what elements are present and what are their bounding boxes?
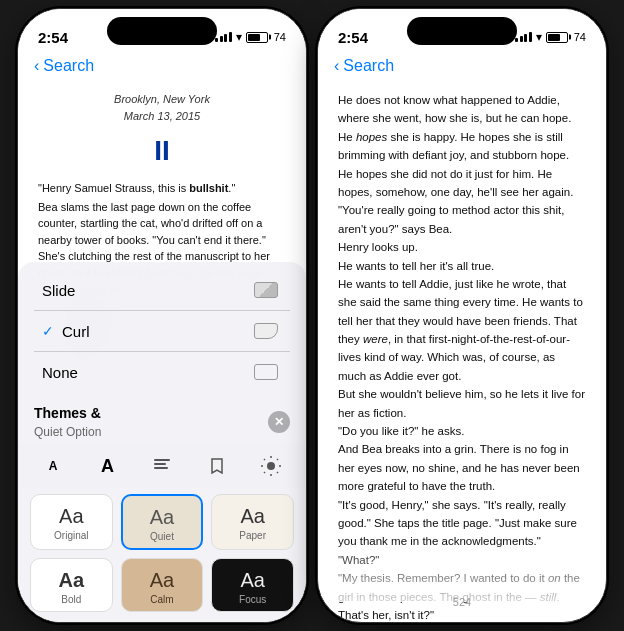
theme-bold-label: Bold bbox=[61, 594, 81, 605]
battery-text-right: 74 bbox=[574, 31, 586, 43]
toolbar-row: A A bbox=[18, 444, 306, 488]
theme-focus-label: Focus bbox=[239, 594, 266, 605]
slide-options: Slide ✓ Curl bbox=[18, 262, 306, 396]
theme-original[interactable]: Aa Original bbox=[30, 494, 113, 550]
themes-grid: Aa Original Aa Quiet Aa Paper Aa Bold bbox=[18, 488, 306, 622]
theme-calm-label: Calm bbox=[150, 594, 173, 605]
book-location: Brooklyn, New YorkMarch 13, 2015 bbox=[38, 91, 286, 125]
font-size-decrease[interactable]: A bbox=[34, 450, 72, 482]
status-icons-left: ▾ 74 bbox=[215, 30, 286, 44]
slide-option-none[interactable]: None bbox=[34, 352, 290, 392]
reading-area: He does not know what happened to Addie,… bbox=[318, 83, 606, 622]
slide-icon-slide bbox=[250, 280, 282, 300]
brightness-icon bbox=[261, 456, 281, 476]
text-format-icon bbox=[152, 457, 172, 475]
curl-label: Curl bbox=[62, 323, 90, 340]
close-button[interactable]: ✕ bbox=[268, 411, 290, 433]
svg-line-9 bbox=[277, 472, 278, 473]
right-phone: 2:54 ▾ 74 bbox=[317, 8, 607, 623]
page-number: 524 bbox=[449, 592, 475, 612]
wifi-icon-right: ▾ bbox=[536, 30, 542, 44]
battery-icon bbox=[246, 32, 268, 43]
curl-icon bbox=[250, 321, 282, 341]
back-label-left: Search bbox=[43, 57, 94, 75]
theme-original-aa: Aa bbox=[59, 505, 83, 528]
battery-icon-right bbox=[546, 32, 568, 43]
phones-container: 2:54 ▾ 74 bbox=[0, 0, 624, 631]
signal-icon-right bbox=[515, 32, 532, 42]
dynamic-island-right bbox=[407, 17, 517, 45]
svg-line-8 bbox=[264, 459, 265, 460]
left-phone: 2:54 ▾ 74 bbox=[17, 8, 307, 623]
slide-option-slide[interactable]: Slide bbox=[34, 270, 290, 311]
bookmark-button[interactable] bbox=[198, 450, 236, 482]
status-bar-right: 2:54 ▾ 74 bbox=[318, 9, 606, 53]
theme-calm-aa: Aa bbox=[150, 569, 174, 592]
dynamic-island-left bbox=[107, 17, 217, 45]
nav-bar-right: ‹ Search bbox=[318, 53, 606, 83]
battery-text-left: 74 bbox=[274, 31, 286, 43]
svg-rect-1 bbox=[154, 463, 166, 465]
curl-checkmark: ✓ bbox=[42, 323, 54, 339]
chapter-number: II bbox=[38, 129, 286, 172]
svg-line-10 bbox=[277, 459, 278, 460]
time-left: 2:54 bbox=[38, 29, 68, 46]
signal-icon bbox=[215, 32, 232, 42]
theme-paper[interactable]: Aa Paper bbox=[211, 494, 294, 550]
themes-header: Themes & Quiet Option ✕ bbox=[18, 396, 306, 444]
slide-option-curl[interactable]: ✓ Curl bbox=[34, 311, 290, 352]
time-right: 2:54 bbox=[338, 29, 368, 46]
theme-bold-aa: Aa bbox=[59, 569, 85, 592]
theme-focus-aa: Aa bbox=[240, 569, 264, 592]
themes-title: Themes & bbox=[34, 405, 101, 421]
theme-paper-label: Paper bbox=[239, 530, 266, 541]
none-label: None bbox=[42, 364, 78, 381]
nav-bar-left: ‹ Search bbox=[18, 53, 306, 83]
status-icons-right: ▾ 74 bbox=[515, 30, 586, 44]
theme-paper-aa: Aa bbox=[240, 505, 264, 528]
status-bar-left: 2:54 ▾ 74 bbox=[18, 9, 306, 53]
theme-focus[interactable]: Aa Focus bbox=[211, 558, 294, 612]
bookmark-icon bbox=[210, 457, 224, 475]
theme-bold[interactable]: Aa Bold bbox=[30, 558, 113, 612]
back-button-right[interactable]: ‹ Search bbox=[334, 57, 590, 75]
brightness-button[interactable] bbox=[252, 450, 290, 482]
quiet-option-label: Quiet Option bbox=[34, 425, 101, 439]
theme-quiet-label: Quiet bbox=[150, 531, 174, 542]
font-options-button[interactable] bbox=[143, 450, 181, 482]
font-size-increase[interactable]: A bbox=[89, 450, 127, 482]
svg-rect-0 bbox=[154, 459, 170, 461]
back-button-left[interactable]: ‹ Search bbox=[34, 57, 290, 75]
slide-label: Slide bbox=[42, 282, 75, 299]
theme-calm[interactable]: Aa Calm bbox=[121, 558, 204, 612]
svg-point-3 bbox=[267, 462, 275, 470]
svg-rect-2 bbox=[154, 467, 168, 469]
back-label-right: Search bbox=[343, 57, 394, 75]
theme-quiet-aa: Aa bbox=[150, 506, 174, 529]
wifi-icon: ▾ bbox=[236, 30, 242, 44]
slide-panel: Slide ✓ Curl bbox=[18, 262, 306, 622]
theme-quiet[interactable]: Aa Quiet bbox=[121, 494, 204, 550]
theme-original-label: Original bbox=[54, 530, 88, 541]
svg-line-11 bbox=[264, 472, 265, 473]
none-icon bbox=[250, 362, 282, 382]
